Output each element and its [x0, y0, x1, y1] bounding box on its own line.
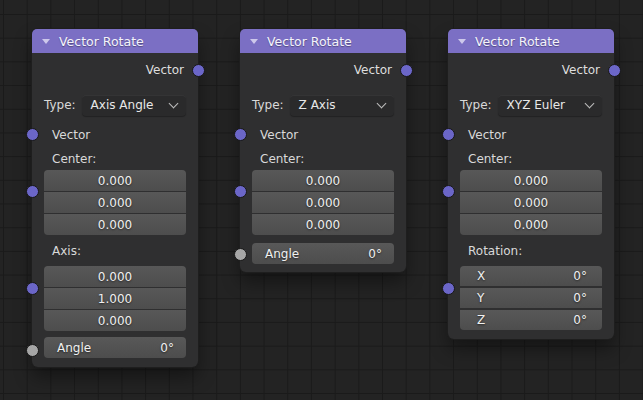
input-socket-center[interactable] — [26, 185, 39, 198]
node-vector-rotate-euler[interactable]: Vector Rotate Vector Type: XYZ Euler Vec… — [448, 29, 614, 339]
axis-label-row: Axis: — [32, 241, 198, 261]
type-dropdown-value: Axis Angle — [91, 98, 154, 112]
output-row: Vector — [448, 59, 614, 81]
center-label: Center: — [52, 152, 96, 166]
rotation-x-field[interactable]: X 0° — [460, 266, 602, 286]
type-label: Type: — [460, 98, 492, 112]
axis-z-field[interactable]: 0.000 — [44, 310, 186, 331]
rotation-label-row: Rotation: — [448, 241, 614, 261]
output-row: Vector — [32, 59, 198, 81]
input-socket-angle[interactable] — [26, 344, 39, 357]
rotation-x-value: 0° — [573, 269, 587, 283]
type-label: Type: — [252, 98, 284, 112]
chevron-down-icon — [169, 98, 179, 108]
type-dropdown[interactable]: Axis Angle — [82, 95, 186, 116]
input-socket-center[interactable] — [234, 185, 247, 198]
input-vector-label: Vector — [468, 128, 506, 142]
angle-slider[interactable]: Angle 0° — [44, 337, 186, 358]
output-socket-vector[interactable] — [192, 64, 205, 77]
angle-label: Angle — [265, 247, 299, 261]
input-vector-row: Vector — [448, 125, 614, 145]
output-socket-vector[interactable] — [400, 64, 413, 77]
input-socket-center[interactable] — [442, 185, 455, 198]
node-vector-rotate-axis-angle[interactable]: Vector Rotate Vector Type: Axis Angle Ve… — [32, 29, 198, 367]
input-vector-row: Vector — [240, 125, 406, 145]
rotation-y-label: Y — [477, 291, 484, 305]
center-z-field[interactable]: 0.000 — [460, 214, 602, 235]
center-label-row: Center: — [240, 149, 406, 169]
angle-value: 0° — [160, 341, 174, 355]
type-dropdown[interactable]: Z Axis — [290, 95, 394, 116]
center-y-field[interactable]: 0.000 — [252, 192, 394, 213]
node-editor-canvas[interactable]: { "colors": { "header": "#7b6fc4", "sock… — [0, 0, 643, 400]
input-socket-angle[interactable] — [234, 248, 247, 261]
center-z-field[interactable]: 0.000 — [252, 214, 394, 235]
chevron-down-icon — [585, 98, 595, 108]
node-title: Vector Rotate — [267, 34, 352, 49]
rotation-z-field[interactable]: Z 0° — [460, 310, 602, 330]
rotation-y-value: 0° — [573, 291, 587, 305]
type-dropdown-value: Z Axis — [299, 98, 336, 112]
rotation-z-label: Z — [477, 313, 485, 327]
node-header[interactable]: Vector Rotate — [448, 29, 614, 53]
output-label: Vector — [146, 63, 184, 77]
node-header[interactable]: Vector Rotate — [32, 29, 198, 53]
rotation-label: Rotation: — [468, 244, 522, 258]
rotation-x-label: X — [477, 269, 485, 283]
center-y-field[interactable]: 0.000 — [460, 192, 602, 213]
input-socket-vector[interactable] — [442, 128, 455, 141]
axis-vector-fields: 0.000 1.000 0.000 — [44, 266, 186, 331]
angle-value: 0° — [368, 247, 382, 261]
collapse-triangle-icon[interactable] — [250, 39, 258, 44]
rotation-z-value: 0° — [573, 313, 587, 327]
type-row: Type: XYZ Euler — [448, 94, 614, 116]
type-dropdown[interactable]: XYZ Euler — [498, 95, 602, 116]
center-vector-fields: 0.000 0.000 0.000 — [460, 170, 602, 235]
input-socket-vector[interactable] — [234, 128, 247, 141]
axis-label: Axis: — [52, 244, 81, 258]
type-dropdown-value: XYZ Euler — [507, 98, 565, 112]
center-vector-fields: 0.000 0.000 0.000 — [252, 170, 394, 235]
angle-label: Angle — [57, 341, 91, 355]
rotation-y-field[interactable]: Y 0° — [460, 288, 602, 308]
center-label-row: Center: — [448, 149, 614, 169]
output-label: Vector — [354, 63, 392, 77]
input-vector-label: Vector — [260, 128, 298, 142]
center-z-field[interactable]: 0.000 — [44, 214, 186, 235]
input-socket-rotation[interactable] — [442, 282, 455, 295]
rotation-euler-fields: X 0° Y 0° Z 0° — [460, 266, 602, 330]
node-title: Vector Rotate — [59, 34, 144, 49]
output-row: Vector — [240, 59, 406, 81]
axis-x-field[interactable]: 0.000 — [44, 266, 186, 287]
input-vector-row: Vector — [32, 125, 198, 145]
output-socket-vector[interactable] — [608, 64, 621, 77]
center-x-field[interactable]: 0.000 — [44, 170, 186, 191]
axis-y-field[interactable]: 1.000 — [44, 288, 186, 309]
type-row: Type: Axis Angle — [32, 94, 198, 116]
input-socket-axis[interactable] — [26, 282, 39, 295]
angle-slider[interactable]: Angle 0° — [252, 243, 394, 264]
chevron-down-icon — [377, 98, 387, 108]
center-label: Center: — [468, 152, 512, 166]
collapse-triangle-icon[interactable] — [42, 39, 50, 44]
center-x-field[interactable]: 0.000 — [460, 170, 602, 191]
output-label: Vector — [562, 63, 600, 77]
center-vector-fields: 0.000 0.000 0.000 — [44, 170, 186, 235]
node-vector-rotate-z-axis[interactable]: Vector Rotate Vector Type: Z Axis Vector… — [240, 29, 406, 272]
type-label: Type: — [44, 98, 76, 112]
center-label-row: Center: — [32, 149, 198, 169]
node-header[interactable]: Vector Rotate — [240, 29, 406, 53]
input-vector-label: Vector — [52, 128, 90, 142]
collapse-triangle-icon[interactable] — [458, 39, 466, 44]
node-title: Vector Rotate — [475, 34, 560, 49]
type-row: Type: Z Axis — [240, 94, 406, 116]
center-y-field[interactable]: 0.000 — [44, 192, 186, 213]
center-label: Center: — [260, 152, 304, 166]
input-socket-vector[interactable] — [26, 128, 39, 141]
center-x-field[interactable]: 0.000 — [252, 170, 394, 191]
